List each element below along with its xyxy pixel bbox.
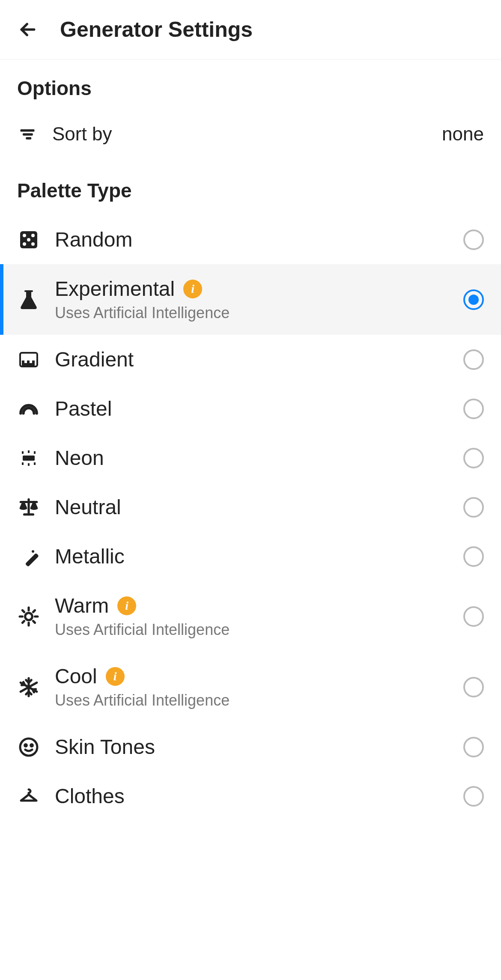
page-title: Generator Settings (60, 17, 253, 42)
radio-button[interactable] (463, 497, 484, 518)
svg-rect-30 (25, 553, 39, 566)
svg-line-41 (33, 610, 35, 612)
svg-rect-15 (24, 363, 27, 366)
radio-button[interactable] (463, 229, 484, 250)
palette-item-subtitle: Uses Artificial Intelligence (55, 691, 449, 709)
palette-item-skin-tones[interactable]: Skin Tones (0, 722, 501, 771)
flask-icon (17, 288, 40, 311)
palette-type-list: Random Experimental i Uses Artificial In… (0, 215, 501, 821)
rainbow-icon (17, 397, 40, 420)
palette-item-subtitle: Uses Artificial Intelligence (55, 621, 449, 639)
svg-line-38 (22, 610, 24, 612)
palette-item-subtitle: Uses Artificial Intelligence (55, 304, 449, 322)
svg-point-5 (23, 234, 26, 237)
svg-rect-2 (23, 133, 33, 136)
svg-point-47 (31, 744, 33, 746)
palette-item-label: Gradient (55, 348, 134, 371)
svg-rect-18 (27, 363, 30, 366)
radio-button[interactable] (463, 737, 484, 757)
radio-button[interactable] (463, 349, 484, 370)
info-icon[interactable]: i (106, 667, 125, 686)
sort-icon (17, 124, 38, 144)
radio-button[interactable] (463, 448, 484, 468)
svg-rect-14 (32, 360, 35, 363)
svg-rect-16 (30, 363, 32, 366)
dice-icon (17, 228, 40, 251)
radio-button[interactable] (463, 606, 484, 627)
svg-point-31 (32, 550, 34, 553)
palette-item-warm[interactable]: Warm i Uses Artificial Intelligence (0, 581, 501, 652)
sort-label: Sort by (52, 123, 112, 145)
svg-point-6 (31, 234, 35, 237)
palette-item-label: Metallic (55, 545, 125, 568)
radio-button[interactable] (463, 677, 484, 697)
radio-button[interactable] (463, 546, 484, 567)
sort-left: Sort by (17, 123, 112, 145)
radio-button[interactable] (463, 786, 484, 807)
svg-point-46 (25, 744, 27, 746)
palette-type-heading: Palette Type (0, 162, 501, 215)
svg-line-39 (33, 621, 35, 623)
palette-item-label: Skin Tones (55, 735, 155, 759)
svg-point-45 (20, 739, 37, 756)
scale-icon (17, 496, 40, 519)
gradient-icon (17, 348, 40, 371)
palette-item-label: Warm (55, 594, 109, 617)
neon-icon (17, 447, 40, 470)
svg-rect-13 (27, 360, 30, 363)
radio-button[interactable] (463, 399, 484, 419)
sort-by-row[interactable]: Sort by none (0, 113, 501, 162)
palette-item-cool[interactable]: Cool i Uses Artificial Intelligence (0, 652, 501, 722)
sun-icon (17, 605, 40, 628)
palette-item-clothes[interactable]: Clothes (0, 771, 501, 821)
palette-item-label: Cool (55, 664, 97, 688)
svg-rect-10 (24, 290, 33, 292)
palette-item-label: Experimental (55, 277, 175, 301)
header: Generator Settings (0, 0, 501, 60)
snowflake-icon (17, 676, 40, 699)
svg-point-33 (25, 613, 33, 620)
back-button[interactable] (17, 19, 39, 40)
options-heading: Options (0, 60, 501, 113)
palette-item-pastel[interactable]: Pastel (0, 384, 501, 433)
wand-icon (17, 545, 40, 568)
svg-point-9 (31, 242, 35, 246)
palette-item-neutral[interactable]: Neutral (0, 483, 501, 532)
palette-item-gradient[interactable]: Gradient (0, 335, 501, 384)
smile-icon (17, 736, 40, 759)
palette-item-label: Neutral (55, 495, 121, 519)
svg-rect-19 (32, 363, 35, 366)
palette-item-neon[interactable]: Neon (0, 433, 501, 483)
radio-button[interactable] (463, 289, 484, 310)
info-icon[interactable]: i (117, 596, 136, 615)
sort-value: none (442, 123, 484, 145)
svg-rect-1 (21, 129, 35, 132)
svg-point-7 (27, 238, 30, 241)
hanger-icon (17, 785, 40, 808)
svg-rect-3 (26, 137, 31, 140)
svg-line-40 (22, 621, 24, 623)
palette-item-label: Clothes (55, 784, 125, 808)
svg-point-32 (35, 554, 36, 556)
palette-item-random[interactable]: Random (0, 215, 501, 264)
svg-rect-20 (23, 456, 35, 461)
palette-item-label: Random (55, 228, 132, 251)
palette-item-experimental[interactable]: Experimental i Uses Artificial Intellige… (0, 264, 501, 335)
info-icon[interactable]: i (183, 280, 202, 298)
palette-item-label: Pastel (55, 397, 112, 420)
palette-item-label: Neon (55, 446, 104, 470)
svg-rect-17 (22, 363, 24, 366)
svg-point-8 (23, 242, 26, 246)
svg-rect-12 (22, 360, 24, 363)
arrow-left-icon (18, 20, 37, 39)
palette-item-metallic[interactable]: Metallic (0, 532, 501, 581)
